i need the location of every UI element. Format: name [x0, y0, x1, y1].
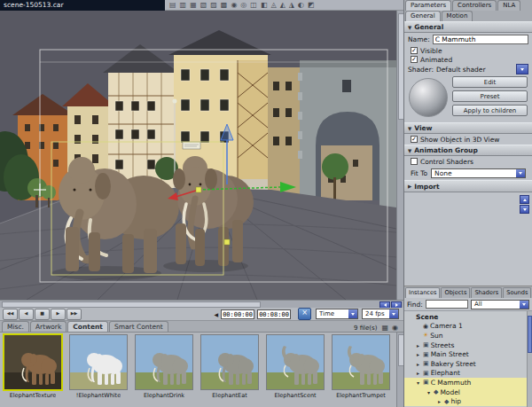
- tree-item-c-mammuth[interactable]: ▾ ▣ C Mammuth: [404, 378, 532, 387]
- production-frame-icon[interactable]: ◧: [261, 1, 268, 10]
- shader-dropdown-button[interactable]: [516, 64, 528, 74]
- edit-shader-button[interactable]: Edit: [452, 76, 528, 88]
- viewport-horizontal-scrollbar[interactable]: [0, 300, 403, 308]
- camera-view-icon[interactable]: ◉: [231, 1, 237, 10]
- grid-view-icon[interactable]: ▦: [381, 324, 388, 332]
- flat-shading-mode-icon[interactable]: ▦: [190, 1, 197, 10]
- tree-item-camera-1[interactable]: ◉ Camera 1: [404, 322, 532, 332]
- horizontal-scroll-thumb[interactable]: [2, 301, 261, 308]
- show-object-checkbox[interactable]: ✓: [411, 136, 418, 143]
- fit-to-dropdown[interactable]: None: [431, 168, 526, 178]
- tree-item-bakery-street[interactable]: ▸ ▣ Bakery Street: [404, 359, 532, 369]
- expander-icon[interactable]: ▸: [415, 342, 421, 348]
- preset-button[interactable]: Preset: [452, 90, 528, 102]
- reference-grid-icon[interactable]: ◫: [250, 1, 257, 10]
- shader-preview-ball[interactable]: [409, 78, 448, 117]
- thumbnail-image[interactable]: [4, 334, 62, 390]
- scroll-down-arrow-icon[interactable]: [520, 205, 529, 214]
- phong-shading-mode-icon[interactable]: ▨: [210, 1, 217, 10]
- step-back-button[interactable]: ◀: [19, 309, 34, 320]
- rewind-button[interactable]: ◀◀: [3, 309, 18, 320]
- tab-instances[interactable]: Instances: [405, 287, 440, 298]
- end-time-field[interactable]: 00:08:00: [257, 309, 291, 319]
- play-button[interactable]: ▶: [51, 309, 66, 320]
- current-time-field[interactable]: 00:00:00: [221, 309, 254, 319]
- preview-render-icon[interactable]: ◐: [298, 1, 304, 10]
- chevron-down-icon[interactable]: [520, 301, 528, 309]
- thumbnail-elephant-scent[interactable]: ElephantScent: [264, 334, 326, 407]
- find-input[interactable]: [426, 300, 468, 309]
- tree-item-sun[interactable]: ☀ Sun: [404, 331, 532, 340]
- directors-camera-icon[interactable]: ◎: [240, 1, 246, 10]
- tab-motion[interactable]: Motion: [442, 11, 473, 21]
- tab-misc[interactable]: Misc.: [2, 321, 29, 332]
- tab-smart-content[interactable]: Smart Content: [109, 321, 168, 332]
- thumbnail-image[interactable]: [332, 334, 390, 390]
- tab-controllers[interactable]: Controllers: [452, 0, 497, 11]
- fps-dropdown[interactable]: 24 fps: [362, 309, 399, 319]
- name-input[interactable]: [433, 35, 528, 44]
- chevron-down-icon[interactable]: [516, 169, 525, 177]
- quality-low-shield-icon[interactable]: ◬: [270, 1, 276, 10]
- tree-item-streets[interactable]: ▸ ▣ Streets: [404, 340, 532, 350]
- timeline-x-button[interactable]: ×: [298, 308, 311, 320]
- thumbnail-image[interactable]: [135, 334, 193, 390]
- thumbnail-elephant-texture[interactable]: ElephantTexture: [2, 334, 64, 407]
- thumbnail-image[interactable]: [200, 334, 259, 390]
- expander-icon[interactable]: ▸: [415, 370, 421, 376]
- tab-sounds[interactable]: Sounds: [503, 287, 531, 298]
- visible-checkbox[interactable]: ✓: [411, 47, 418, 54]
- apply-to-children-button[interactable]: Apply to children: [452, 105, 528, 116]
- expander-icon[interactable]: ▾: [426, 389, 432, 395]
- tree-item-scene[interactable]: Scene: [404, 312, 532, 322]
- time-mode-dropdown[interactable]: Time: [316, 309, 358, 319]
- filter-dropdown[interactable]: All: [471, 300, 529, 309]
- thumbnail-image[interactable]: [266, 334, 325, 390]
- browser-scrollbar[interactable]: [396, 333, 403, 407]
- expander-icon[interactable]: ▾: [415, 380, 421, 386]
- step-forward-button[interactable]: ▶▶: [66, 309, 82, 320]
- tree-scroll-thumb[interactable]: [528, 316, 532, 353]
- browser-menu-icon[interactable]: ◉: [392, 324, 398, 332]
- scene-options-icon[interactable]: ◩: [308, 1, 315, 10]
- quality-high-shield-icon[interactable]: ◮: [289, 1, 294, 10]
- tab-objects[interactable]: Objects: [441, 287, 470, 298]
- thumbnail-elephant-eat[interactable]: ElephantEat: [199, 334, 261, 407]
- viewport-vertical-scrollbar[interactable]: [396, 11, 403, 300]
- lit-wireframe-mode-icon[interactable]: ▥: [180, 1, 187, 10]
- thumbnail-elephant-white[interactable]: !ElephantWhite: [67, 334, 129, 407]
- tree-item-main-street[interactable]: ▸ ▣ Main Street: [404, 349, 532, 359]
- animated-checkbox[interactable]: ✓: [411, 56, 418, 63]
- viewport-3d[interactable]: [0, 11, 396, 300]
- thumbnail-elephant-trumpet[interactable]: ElephantTrumpet: [330, 334, 392, 407]
- tab-parameters[interactable]: Parameters: [405, 0, 451, 11]
- expander-icon[interactable]: ▸: [436, 398, 442, 404]
- tab-shaders[interactable]: Shaders: [471, 287, 502, 298]
- general-section-header[interactable]: ▼ General: [404, 21, 532, 33]
- tree-item-model[interactable]: ▾ ◆ Model: [404, 387, 532, 397]
- prev-keyframe-icon[interactable]: ◀: [214, 311, 218, 317]
- tree-item-elephant[interactable]: ▸ ▣ Elephant: [404, 369, 532, 379]
- tab-nla[interactable]: NLA: [497, 0, 520, 11]
- chevron-down-icon[interactable]: [389, 309, 398, 318]
- import-section-header[interactable]: ▶ Import: [404, 180, 532, 192]
- tab-general[interactable]: General: [405, 11, 441, 21]
- tab-content[interactable]: Content: [67, 321, 108, 332]
- quality-medium-shield-icon[interactable]: ◭: [280, 1, 286, 10]
- thumbnail-image[interactable]: [69, 334, 128, 390]
- textured-mode-icon[interactable]: ▩: [221, 1, 228, 10]
- tree-item-hip[interactable]: ▸ ◆ hip: [404, 396, 532, 406]
- chevron-down-icon[interactable]: [348, 309, 357, 318]
- tab-artwork[interactable]: Artwork: [30, 321, 66, 332]
- stop-button[interactable]: ■: [35, 309, 50, 320]
- wireframe-mode-icon[interactable]: ▤: [169, 1, 176, 10]
- control-shaders-checkbox[interactable]: [411, 158, 418, 165]
- expander-icon[interactable]: ▸: [415, 361, 421, 367]
- expander-icon[interactable]: ▸: [415, 351, 421, 357]
- tree-scrollbar[interactable]: [527, 311, 532, 407]
- gouraud-shading-mode-icon[interactable]: ▧: [200, 1, 207, 10]
- animation-group-section-header[interactable]: ▼ Animation Group: [404, 145, 532, 156]
- thumbnail-elephant-drink[interactable]: ElephantDrink: [133, 334, 195, 407]
- scroll-up-arrow-icon[interactable]: [520, 195, 529, 204]
- view-section-header[interactable]: ▼ View: [404, 122, 532, 134]
